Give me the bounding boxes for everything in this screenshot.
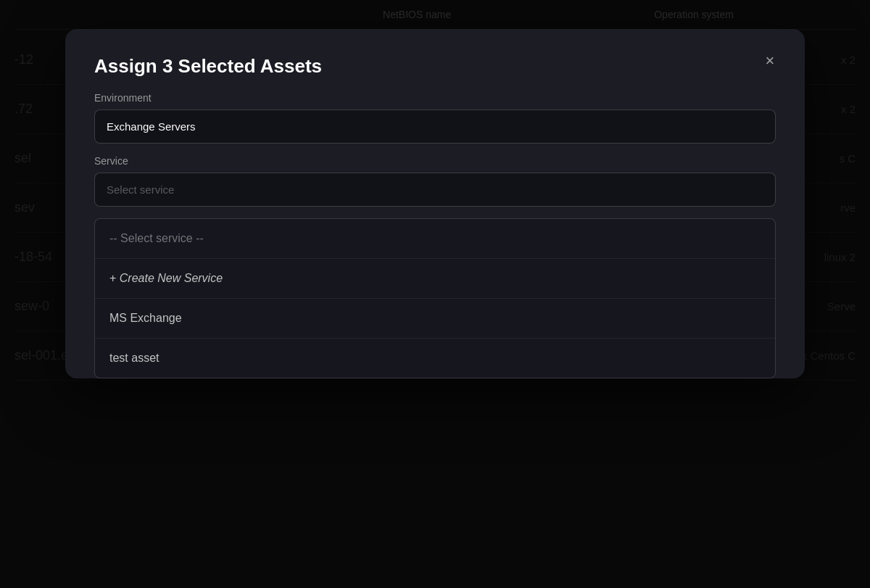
service-dropdown: -- Select service -- + Create New Servic… — [94, 218, 776, 378]
service-section: Service — [94, 155, 776, 207]
environment-input[interactable] — [94, 109, 776, 144]
service-input[interactable] — [94, 173, 776, 207]
assign-modal: × Assign 3 Selected Assets Environment S… — [65, 29, 805, 378]
close-button[interactable]: × — [758, 49, 782, 73]
dropdown-item-create[interactable]: + Create New Service — [95, 259, 775, 299]
service-label: Service — [94, 155, 776, 167]
modal-overlay: × Assign 3 Selected Assets Environment S… — [0, 0, 870, 588]
dropdown-item-ms-exchange[interactable]: MS Exchange — [95, 299, 775, 339]
dropdown-item-placeholder[interactable]: -- Select service -- — [95, 219, 775, 259]
environment-section: Environment — [94, 92, 776, 144]
environment-label: Environment — [94, 92, 776, 104]
dropdown-item-test-asset[interactable]: test asset — [95, 339, 775, 378]
modal-title: Assign 3 Selected Assets — [94, 55, 776, 78]
